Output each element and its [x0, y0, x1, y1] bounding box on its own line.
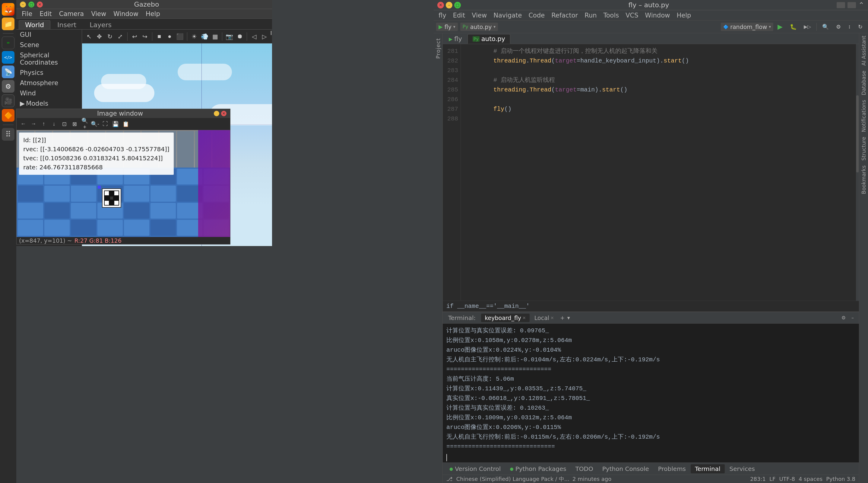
gazebo-close-btn[interactable]: ✕: [37, 1, 43, 7]
bottom-tab-python-packages[interactable]: ● Python Packages: [505, 464, 570, 473]
bottom-tab-terminal[interactable]: Terminal: [691, 464, 725, 473]
img-fullscreen-btn[interactable]: ⛶: [100, 119, 110, 129]
img-zoom-in-btn[interactable]: 🔍+: [80, 119, 90, 129]
gazebo-menu-view[interactable]: View: [88, 9, 109, 19]
ide-tab-auto-py[interactable]: Py auto.py: [467, 34, 510, 44]
bookmarks-label[interactable]: Bookmarks: [860, 163, 868, 197]
gazebo-tab-insert[interactable]: Insert: [51, 20, 83, 29]
toolbar-scale-btn[interactable]: ⤢: [116, 31, 125, 42]
local-close-icon[interactable]: ✕: [550, 315, 554, 320]
gazebo-menu-camera[interactable]: Camera: [56, 9, 87, 19]
code-editor[interactable]: 281 282 283 284 285 286 287 288 # 启动一个线程…: [443, 44, 859, 301]
bottom-tab-services[interactable]: Services: [725, 464, 759, 473]
toolbar-select-btn[interactable]: ↖: [85, 31, 93, 42]
toolbar-redo-btn[interactable]: ↪: [140, 31, 149, 42]
terminal-dropdown-arrow[interactable]: ▾: [567, 315, 570, 321]
ide-menu-window[interactable]: Window: [643, 10, 673, 20]
toolbar-undo-btn[interactable]: ↩: [130, 31, 139, 42]
img-up-btn[interactable]: ↑: [39, 119, 49, 129]
files-icon[interactable]: 📁: [2, 18, 14, 30]
tree-item-models[interactable]: ▶ Models: [16, 98, 82, 109]
ide-menu-run[interactable]: Run: [582, 10, 599, 20]
img-forward-btn[interactable]: →: [29, 119, 38, 129]
ide-menu-refactor[interactable]: Refactor: [549, 10, 580, 20]
terminal-settings-btn[interactable]: ⚙: [840, 314, 847, 322]
terminal-label[interactable]: Terminal:: [445, 314, 478, 321]
ide-layout-icon-1[interactable]: [837, 2, 845, 8]
ide-debug-btn[interactable]: 🐛: [787, 22, 800, 31]
toolbar-wind-btn[interactable]: 💨: [200, 31, 209, 42]
code-content[interactable]: # 启动一个线程对键盘进行订阅，控制无人机的起飞降落和关 threading.T…: [461, 44, 856, 301]
tree-item-scene[interactable]: Scene: [16, 40, 82, 50]
ide-settings-btn[interactable]: ⚙: [833, 22, 844, 31]
ide-project-dropdown[interactable]: ▶ fly ▾: [436, 23, 458, 31]
ide-menu-vcs[interactable]: VCS: [623, 10, 641, 20]
ide-menu-help[interactable]: Help: [674, 10, 693, 20]
project-panel-label[interactable]: Project: [434, 34, 442, 62]
img-zoom-out-btn[interactable]: 🔍-: [90, 119, 100, 129]
toolbar-grid-btn[interactable]: ▦: [211, 31, 220, 42]
terminal-sub-tab-keyboard-fly[interactable]: keyboard_fly ✕: [481, 314, 530, 322]
status-python[interactable]: Python 3.8: [826, 476, 855, 482]
tree-item-atmosphere[interactable]: Atmosphere: [16, 78, 82, 88]
bottom-tab-todo[interactable]: TODO: [571, 464, 597, 473]
ide-coverage-btn[interactable]: ▶▷: [801, 22, 814, 31]
gazebo-menu-file[interactable]: File: [19, 9, 35, 19]
orange-app-icon[interactable]: 🔶: [2, 109, 14, 122]
toolbar-sun-btn[interactable]: ☀: [190, 31, 199, 42]
firefox-icon[interactable]: 🦊: [2, 3, 14, 16]
run-config-dropdown[interactable]: 🔷 random_flow ▾: [721, 23, 773, 31]
bottom-tab-python-console[interactable]: Python Console: [598, 464, 653, 473]
img-fit-btn[interactable]: ⊡: [59, 119, 69, 129]
status-indent[interactable]: 4 spaces: [799, 476, 823, 482]
img-zoom-fit-btn[interactable]: ⊠: [70, 119, 79, 129]
ide-menu-navigate[interactable]: Navigate: [491, 10, 524, 20]
toolbar-cylinder-btn[interactable]: ⬛: [176, 31, 185, 42]
database-label[interactable]: Database: [860, 68, 868, 97]
ide-maximize-btn[interactable]: □: [454, 2, 461, 8]
toolbar-translate-btn[interactable]: ✥: [95, 31, 104, 42]
img-back-btn[interactable]: ←: [19, 119, 28, 129]
tree-item-wind[interactable]: Wind: [16, 88, 82, 98]
img-copy-btn[interactable]: 📋: [121, 119, 131, 129]
gazebo-tab-layers[interactable]: Layers: [83, 20, 118, 29]
ide-minimize-btn[interactable]: –: [446, 2, 453, 8]
tree-item-physics[interactable]: Physics: [16, 67, 82, 78]
terminal-minimize-btn[interactable]: –: [849, 314, 857, 322]
settings-icon[interactable]: ⚙: [2, 80, 14, 93]
toolbar-rotate-btn[interactable]: ↻: [105, 31, 114, 42]
gazebo-maximize-btn[interactable]: □: [28, 1, 34, 7]
add-terminal-btn[interactable]: +: [559, 314, 566, 321]
ide-update-btn[interactable]: ↻: [855, 22, 866, 31]
terminal-icon[interactable]: ⌨: [2, 36, 14, 49]
structure-label[interactable]: Structure: [860, 134, 868, 163]
status-encoding[interactable]: UTF-8: [779, 476, 795, 482]
ide-layout-icon-2[interactable]: [847, 2, 856, 8]
ide-close-btn[interactable]: ✕: [437, 2, 444, 8]
ide-menu-view[interactable]: View: [469, 10, 489, 20]
img-down-btn[interactable]: ↓: [49, 119, 59, 129]
bottom-tab-version-control[interactable]: ● Version Control: [445, 464, 505, 473]
status-vcs[interactable]: ⎇: [446, 476, 453, 482]
vscode-icon[interactable]: </>: [2, 51, 14, 64]
ide-search-everywhere-btn[interactable]: 🔍: [819, 22, 832, 31]
toolbar-box-btn[interactable]: ■: [155, 31, 164, 42]
terminal-output[interactable]: 计算位置与真实位置误差: 0.09765_ 比例位置x:0.1058m,y:0.…: [443, 323, 859, 462]
toolbar-camera-btn[interactable]: 📷: [225, 31, 234, 42]
toolbar-play-btn[interactable]: ◁: [249, 31, 258, 42]
status-lf[interactable]: LF: [769, 476, 775, 482]
tree-item-spherical[interactable]: Spherical Coordinates: [16, 50, 82, 67]
ide-menu-edit[interactable]: Edit: [451, 10, 468, 20]
grid-icon[interactable]: ⠿: [2, 128, 14, 141]
keyboard-fly-close-icon[interactable]: ✕: [522, 315, 526, 320]
gazebo-menu-edit[interactable]: Edit: [36, 9, 55, 19]
notifications-label[interactable]: Notifications: [860, 97, 868, 134]
tree-item-gui[interactable]: GUI: [16, 30, 82, 40]
ai-assistant-label[interactable]: AI Assistant: [860, 33, 868, 68]
img-save-btn[interactable]: 💾: [111, 119, 120, 129]
ide-git-btn[interactable]: ↕: [845, 22, 854, 31]
gazebo-menu-help[interactable]: Help: [143, 9, 163, 19]
image-window-close-btn[interactable]: ✕: [221, 111, 226, 116]
monitor-icon[interactable]: 📡: [2, 65, 14, 78]
ide-tab-fly[interactable]: ▶ fly: [444, 34, 467, 44]
